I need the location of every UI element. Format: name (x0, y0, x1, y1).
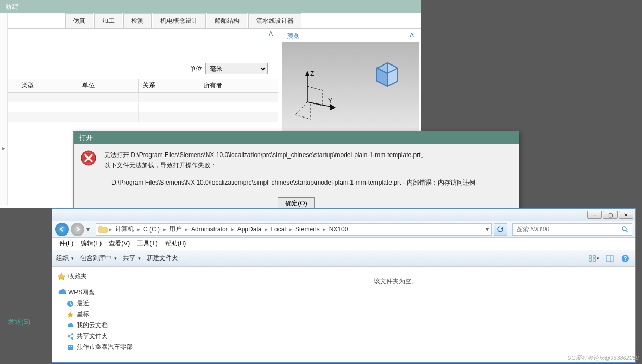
tool-include[interactable]: 包含到库中 (80, 254, 117, 263)
svg-line-30 (69, 335, 72, 336)
tree-starred[interactable]: 星标 (54, 309, 154, 320)
svg-rect-16 (589, 255, 591, 257)
crumb-users[interactable]: 用户 (167, 225, 184, 233)
axes-icon: Z Y (293, 71, 339, 123)
svg-marker-2 (387, 63, 398, 86)
error-dialog: 打开 无法打开 D:\Program Files\Siemens\NX 10.0… (73, 131, 519, 214)
nav-back-button[interactable] (55, 223, 69, 236)
explorer-tree[interactable]: 收藏夹 WPS网盘 最近 星标 我的云文档 (52, 267, 156, 363)
menu-view[interactable]: 查看(V) (106, 238, 133, 249)
menu-file[interactable]: 件(F) (56, 238, 77, 249)
col-owner[interactable]: 所有者 (199, 79, 278, 93)
table-row[interactable] (8, 93, 278, 102)
explorer-titlebar: ─ ▢ ✕ (52, 209, 635, 221)
tree-favorites[interactable]: 收藏夹 (54, 271, 154, 282)
col-type[interactable]: 类型 (17, 79, 78, 93)
panel-collapse-icon[interactable]: ᐱ (8, 29, 278, 40)
empty-folder-text: 该文件夹为空。 (374, 277, 418, 286)
template-panel: ᐱ 单位 毫米 类型 单位 关系 所有者 (8, 29, 280, 126)
tab-manufacturing[interactable]: 加工 (94, 13, 122, 28)
preview-viewport: Z Y (282, 42, 419, 135)
crumb-c[interactable]: C (C:) (141, 226, 162, 233)
svg-rect-19 (593, 258, 595, 261)
tree-wps[interactable]: WPS网盘 (54, 287, 154, 298)
tool-share[interactable]: 共享 (123, 254, 141, 263)
preview-pane-icon[interactable] (604, 253, 615, 264)
menu-edit[interactable]: 编辑(E) (78, 238, 105, 249)
explorer-nav: ▾ ▸ 计算机▸ C (C:)▸ 用户▸ Administrator▸ AppD… (52, 221, 635, 238)
crumb-appdata[interactable]: AppData (235, 226, 264, 233)
tab-line-designer[interactable]: 流水线设计器 (248, 13, 301, 28)
part-icon (372, 58, 403, 89)
menu-tools[interactable]: 工具(T) (134, 238, 160, 249)
tool-organize[interactable]: 组织 (56, 254, 74, 263)
unit-select[interactable]: 毫米 (205, 63, 268, 74)
tab-mechatronics[interactable]: 机电概念设计 (153, 13, 206, 28)
tree-recent[interactable]: 最近 (54, 298, 154, 309)
preview-panel: 预览 ᐱ (280, 29, 421, 126)
svg-rect-33 (69, 346, 70, 347)
table-row[interactable] (8, 102, 278, 112)
error-message: 无法打开 D:\Program Files\Siemens\NX 10.0\lo… (104, 150, 475, 188)
svg-line-15 (626, 230, 628, 232)
tab-strip: 仿真 加工 检测 机电概念设计 船舶结构 流水线设计器 (8, 13, 421, 29)
sidebar-expand-icon[interactable]: ▸ (0, 140, 7, 156)
col-unit[interactable]: 单位 (78, 79, 139, 93)
search-input[interactable] (516, 226, 621, 233)
tool-newfolder[interactable]: 新建文件夹 (147, 254, 178, 263)
template-table[interactable]: 类型 单位 关系 所有者 (8, 79, 278, 122)
breadcrumb[interactable]: ▸ 计算机▸ C (C:)▸ 用户▸ Administrator▸ AppDat… (96, 223, 492, 236)
nav-history-icon[interactable]: ▾ (86, 226, 90, 233)
crumb-local[interactable]: Local (269, 226, 288, 233)
tree-company[interactable]: 焦作市鑫泰汽车零部 (54, 342, 154, 353)
explorer-content: 该文件夹为空。 (156, 267, 635, 363)
minimize-button[interactable]: ─ (587, 211, 602, 219)
preview-label: 预览 (287, 32, 299, 40)
explorer-window: ─ ▢ ✕ ▾ ▸ 计算机▸ C (C:)▸ 用户▸ Administrator… (52, 208, 636, 363)
left-sidebar-stub (0, 13, 8, 205)
crumb-admin[interactable]: Administrator (189, 226, 230, 233)
view-mode-icon[interactable]: ▾ (588, 253, 600, 264)
svg-text:Y: Y (328, 97, 332, 105)
folder-icon (98, 225, 108, 233)
svg-marker-4 (305, 71, 309, 76)
refresh-button[interactable] (494, 223, 507, 236)
svg-marker-7 (330, 104, 336, 110)
tab-ship[interactable]: 船舶结构 (207, 13, 247, 28)
col-relation[interactable]: 关系 (139, 79, 199, 93)
tree-mycloud[interactable]: 我的云文档 (54, 320, 154, 331)
send-button[interactable]: 发送(S) (8, 317, 30, 327)
maximize-button[interactable]: ▢ (603, 211, 618, 219)
svg-line-9 (295, 102, 307, 115)
crumb-siemens[interactable]: Siemens (293, 226, 322, 233)
unit-label: 单位 (190, 64, 202, 73)
tab-inspection[interactable]: 检测 (123, 13, 152, 28)
breadcrumb-dropdown-icon[interactable]: ▾ (486, 226, 489, 233)
table-row[interactable] (8, 112, 278, 122)
nx-titlebar: 新建 (0, 0, 421, 13)
svg-point-14 (622, 227, 626, 231)
svg-marker-24 (58, 273, 65, 280)
search-icon[interactable] (621, 226, 628, 233)
tab-simulation[interactable]: 仿真 (65, 13, 93, 28)
search-box[interactable] (512, 223, 632, 236)
explorer-menu: 件(F) 编辑(E) 查看(V) 工具(T) 帮助(H) (52, 238, 635, 250)
menu-help[interactable]: 帮助(H) (162, 238, 190, 249)
svg-text:?: ? (624, 255, 627, 262)
error-icon (80, 150, 97, 166)
svg-rect-18 (589, 258, 591, 261)
svg-rect-32 (68, 345, 73, 350)
close-button[interactable]: ✕ (619, 211, 633, 219)
crumb-computer[interactable]: 计算机 (113, 225, 136, 233)
svg-rect-34 (71, 346, 72, 347)
svg-rect-20 (606, 255, 613, 262)
svg-marker-26 (67, 311, 73, 318)
help-icon[interactable]: ? (620, 253, 631, 264)
svg-text:Z: Z (310, 71, 314, 77)
crumb-nx100[interactable]: NX100 (327, 226, 350, 233)
tree-shared[interactable]: 共享文件夹 (54, 331, 154, 342)
nav-forward-button[interactable] (71, 223, 84, 236)
preview-collapse-icon[interactable]: ᐱ (410, 32, 414, 40)
error-title: 打开 (74, 131, 519, 144)
watermark: UG爱好者论坛@953862259 (567, 354, 639, 362)
